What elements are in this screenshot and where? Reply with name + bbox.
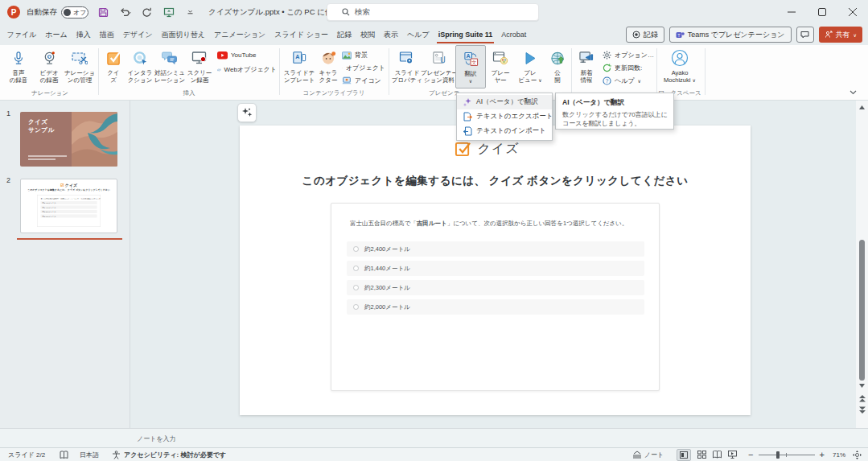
previous-slide-button[interactable] [856, 395, 868, 402]
preview-button[interactable]: プレビュー ∨ [515, 45, 545, 88]
radio-icon[interactable] [353, 304, 359, 310]
manage-narration-button[interactable]: ナレーションの管理 [64, 45, 95, 88]
scroll-up-arrow[interactable] [856, 105, 868, 109]
tab-animations[interactable]: アニメーション [210, 24, 270, 45]
publish-button[interactable]: 公開 [545, 45, 570, 88]
quiz-check-icon [106, 48, 121, 68]
maximize-button[interactable] [807, 0, 837, 24]
accessibility-status[interactable]: アクセシビリティ: 検討が必要です [124, 451, 226, 459]
player-button[interactable]: プレーヤー [486, 45, 515, 88]
teams-present-button[interactable]: T Teams でプレゼンテーション [669, 27, 792, 43]
tab-transitions[interactable]: 画面切り替え [157, 24, 209, 45]
language-indicator[interactable]: 日本語 [80, 451, 99, 459]
powerpoint-logo-icon[interactable]: P [7, 6, 20, 19]
translate-button[interactable]: A文 翻訳∨ [455, 45, 486, 88]
search-placeholder: 検索 [355, 7, 370, 18]
teams-icon: T [676, 31, 685, 39]
interaction-button[interactable]: インタラクション [125, 45, 154, 88]
close-button[interactable] [837, 0, 868, 24]
tab-help[interactable]: ヘルプ [403, 24, 434, 45]
tab-insert[interactable]: 挿入 [72, 24, 95, 45]
icons-button[interactable]: アイコン [342, 76, 385, 86]
next-slide-button[interactable] [856, 406, 868, 414]
customize-qat-chevron-icon[interactable] [183, 6, 197, 19]
start-slideshow-button[interactable] [162, 6, 175, 19]
record-audio-button[interactable]: 音声の録音 [3, 45, 34, 88]
radio-icon[interactable] [353, 246, 359, 252]
ribbon-group-presentation: スライドプロパティ プレゼンテーション資料 A文 翻訳∨ プレーヤー プレビュー… [391, 45, 570, 100]
collapse-ribbon-chevron[interactable] [849, 90, 857, 95]
tab-draw[interactable]: 描画 [95, 24, 118, 45]
designer-sparkle-button[interactable] [237, 103, 257, 122]
scroll-down-arrow[interactable] [856, 384, 868, 388]
menu-item-ai-translate[interactable]: AI（ベータ）で翻訳 [457, 95, 552, 109]
slide-canvas[interactable]: クイズ このオブジェクトを編集するには、 クイズ ボタンをクリックしてください … [240, 126, 751, 415]
toggle-knob-icon [64, 9, 71, 16]
ribbon: 音声の録音 ビデオの録画 ナレーションの管理 ナレーション クイズ [0, 45, 868, 101]
quiz-option-2[interactable]: 約1,440メートル [347, 261, 644, 276]
translate-dropdown-menu: AI（ベータ）で翻訳 テキストのエクスポート テキストのインポート [456, 93, 553, 141]
record-button[interactable]: 記録 [626, 27, 664, 43]
slide-properties-button[interactable]: スライドプロパティ [391, 45, 423, 88]
radio-icon[interactable] [353, 285, 359, 290]
account-button[interactable]: AyakoMochizuki ∨ [658, 45, 701, 88]
backgrounds-button[interactable]: 背景 [342, 50, 385, 60]
web-object-button[interactable]: Webオブジェクト [217, 64, 277, 75]
tab-home[interactable]: ホーム [41, 24, 72, 45]
share-button[interactable]: 共有 ∨ [819, 27, 862, 43]
notes-toggle[interactable]: ノート [632, 451, 664, 459]
quiz-option-4[interactable]: 約2,000メートル [347, 299, 644, 315]
zoom-out-button[interactable]: − [748, 450, 753, 459]
characters-button[interactable]: キャラクター [316, 45, 340, 88]
zoom-in-button[interactable]: + [820, 450, 825, 459]
objects-button[interactable]: オブジェクト [342, 63, 385, 73]
comments-button[interactable] [796, 27, 814, 43]
autosave-toggle[interactable]: オフ [61, 6, 88, 19]
tab-record[interactable]: 記録 [333, 24, 356, 45]
presentation-resources-button[interactable]: プレゼンテーション資料 [423, 45, 455, 88]
minimize-button[interactable] [776, 0, 807, 24]
fit-slide-button[interactable] [853, 451, 862, 459]
slideshow-view-button[interactable] [728, 451, 737, 459]
tab-slideshow[interactable]: スライド ショー [270, 24, 333, 45]
menu-item-import-text[interactable]: テキストのインポート [457, 124, 552, 138]
notes-bar[interactable]: ノートを入力 [0, 428, 868, 447]
search-input[interactable]: 検索 [327, 3, 539, 21]
menu-item-export-text[interactable]: テキストのエクスポート [457, 109, 552, 124]
whats-new-button[interactable]: 新着情報 [573, 45, 600, 88]
youtube-button[interactable]: YouTube [217, 50, 277, 60]
tab-design[interactable]: デザイン [118, 24, 157, 45]
group-label-narration: ナレーション [3, 89, 97, 97]
slide-2-thumbnail[interactable]: ☑ クイズ このオブジェクトを編集するには、 クイズ ボタンをクリックしてくださ… [20, 179, 117, 233]
slide-templates-button[interactable]: A スライドテンプレート [282, 45, 316, 88]
quiz-option-1[interactable]: 約2,400メートル [347, 241, 644, 257]
dialog-simulation-button[interactable]: 対話シミュレーション [154, 45, 185, 88]
updates-button[interactable]: 更新回数: [603, 63, 655, 73]
help-button[interactable]: ? ヘルプ ∨ [603, 76, 655, 86]
undo-button[interactable] [118, 6, 132, 19]
zoom-percentage[interactable]: 71% [833, 451, 845, 459]
tab-view[interactable]: 表示 [380, 24, 403, 45]
redo-button[interactable] [140, 6, 154, 19]
vertical-scrollbar[interactable] [856, 101, 868, 428]
tab-ispring-suite[interactable]: iSpring Suite 11 [434, 24, 497, 45]
slide-1-thumbnail[interactable]: クイズサンプル [20, 112, 117, 167]
tab-file[interactable]: ファイル [2, 24, 41, 45]
scrollbar-thumb[interactable] [859, 240, 865, 381]
normal-view-button[interactable] [677, 449, 691, 461]
spellcheck-icon[interactable] [60, 451, 68, 459]
webcam-icon [42, 48, 57, 68]
radio-icon[interactable] [353, 265, 359, 271]
reading-view-button[interactable] [713, 451, 722, 459]
quiz-option-3[interactable]: 約2,300メートル [347, 280, 644, 295]
quiz-button[interactable]: クイズ [101, 45, 125, 88]
tab-review[interactable]: 校閲 [356, 24, 380, 45]
screen-recording-button[interactable]: スクリーン録画 [185, 45, 214, 88]
zoom-slider[interactable] [759, 455, 815, 455]
zoom-slider-thumb[interactable] [776, 451, 780, 459]
slide-sorter-view-button[interactable] [697, 451, 706, 459]
save-button[interactable] [97, 6, 110, 19]
options-button[interactable]: オプション… [603, 50, 655, 60]
tab-acrobat[interactable]: Acrobat [497, 24, 531, 45]
record-video-button[interactable]: ビデオの録画 [34, 45, 64, 88]
